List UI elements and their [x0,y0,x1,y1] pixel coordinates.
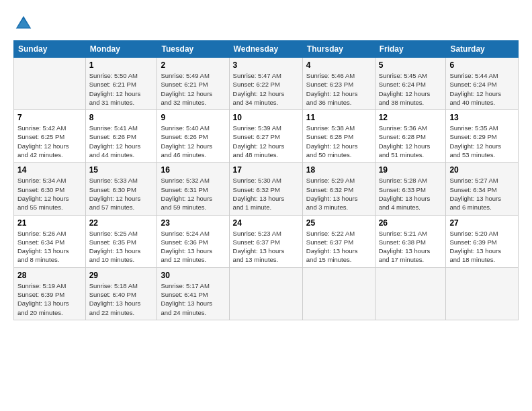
day-number: 4 [306,60,371,70]
table-cell: 2Sunrise: 5:49 AM Sunset: 6:21 PM Daylig… [157,58,229,110]
logo [13,13,35,34]
day-number: 19 [379,165,443,175]
day-info: Sunrise: 5:20 AM Sunset: 6:39 PM Dayligh… [449,229,515,265]
table-cell [375,267,446,320]
table-cell: 19Sunrise: 5:28 AM Sunset: 6:33 PM Dayli… [375,163,446,215]
header-row: SundayMondayTuesdayWednesdayThursdayFrid… [14,41,519,58]
table-cell: 29Sunrise: 5:18 AM Sunset: 6:40 PM Dayli… [85,267,157,320]
day-info: Sunrise: 5:22 AM Sunset: 6:37 PM Dayligh… [306,229,371,265]
day-info: Sunrise: 5:17 AM Sunset: 6:41 PM Dayligh… [161,281,225,317]
day-info: Sunrise: 5:21 AM Sunset: 6:38 PM Dayligh… [379,229,443,265]
day-number: 25 [306,218,371,228]
day-number: 26 [379,218,443,228]
header-cell-monday: Monday [85,41,157,58]
table-cell: 16Sunrise: 5:32 AM Sunset: 6:31 PM Dayli… [157,163,229,215]
table-cell: 7Sunrise: 5:42 AM Sunset: 6:25 PM Daylig… [14,110,86,163]
table-cell: 5Sunrise: 5:45 AM Sunset: 6:24 PM Daylig… [375,58,446,110]
day-info: Sunrise: 5:40 AM Sunset: 6:26 PM Dayligh… [161,124,225,159]
day-info: Sunrise: 5:38 AM Sunset: 6:28 PM Dayligh… [306,124,371,159]
day-number: 8 [89,113,154,122]
table-cell: 28Sunrise: 5:19 AM Sunset: 6:39 PM Dayli… [14,267,86,320]
table-cell: 6Sunrise: 5:44 AM Sunset: 6:24 PM Daylig… [446,58,519,110]
day-number: 18 [306,165,371,175]
day-info: Sunrise: 5:23 AM Sunset: 6:37 PM Dayligh… [233,229,299,265]
table-row: 1Sunrise: 5:50 AM Sunset: 6:21 PM Daylig… [14,58,519,110]
table-cell: 25Sunrise: 5:22 AM Sunset: 6:37 PM Dayli… [302,215,375,267]
day-number: 2 [161,60,225,70]
day-number: 20 [449,165,515,175]
table-cell: 18Sunrise: 5:29 AM Sunset: 6:32 PM Dayli… [302,163,375,215]
day-number: 10 [233,113,299,122]
day-info: Sunrise: 5:26 AM Sunset: 6:34 PM Dayligh… [17,229,82,265]
header-cell-wednesday: Wednesday [229,41,302,58]
table-row: 14Sunrise: 5:34 AM Sunset: 6:30 PM Dayli… [14,163,519,215]
day-number: 27 [449,218,515,228]
day-info: Sunrise: 5:30 AM Sunset: 6:32 PM Dayligh… [233,176,299,212]
table-row: 28Sunrise: 5:19 AM Sunset: 6:39 PM Dayli… [14,267,519,320]
table-cell: 9Sunrise: 5:40 AM Sunset: 6:26 PM Daylig… [157,110,229,163]
day-info: Sunrise: 5:29 AM Sunset: 6:32 PM Dayligh… [306,176,371,212]
table-cell: 23Sunrise: 5:24 AM Sunset: 6:36 PM Dayli… [157,215,229,267]
day-info: Sunrise: 5:27 AM Sunset: 6:34 PM Dayligh… [449,176,515,212]
day-info: Sunrise: 5:41 AM Sunset: 6:26 PM Dayligh… [89,124,154,159]
table-cell: 3Sunrise: 5:47 AM Sunset: 6:22 PM Daylig… [229,58,302,110]
day-info: Sunrise: 5:46 AM Sunset: 6:23 PM Dayligh… [306,71,371,107]
day-number: 12 [379,113,443,122]
table-cell: 13Sunrise: 5:35 AM Sunset: 6:29 PM Dayli… [446,110,519,163]
table-cell: 8Sunrise: 5:41 AM Sunset: 6:26 PM Daylig… [85,110,157,163]
day-number: 5 [379,60,443,70]
table-cell: 27Sunrise: 5:20 AM Sunset: 6:39 PM Dayli… [446,215,519,267]
table-cell: 15Sunrise: 5:33 AM Sunset: 6:30 PM Dayli… [85,163,157,215]
table-header: SundayMondayTuesdayWednesdayThursdayFrid… [14,41,519,58]
table-cell [14,58,86,110]
table-cell: 12Sunrise: 5:36 AM Sunset: 6:28 PM Dayli… [375,110,446,163]
page: SundayMondayTuesdayWednesdayThursdayFrid… [0,0,532,411]
day-number: 22 [89,218,154,228]
calendar-table: SundayMondayTuesdayWednesdayThursdayFrid… [13,40,519,320]
day-number: 14 [17,165,82,175]
table-cell: 30Sunrise: 5:17 AM Sunset: 6:41 PM Dayli… [157,267,229,320]
day-number: 7 [17,113,82,122]
day-number: 30 [161,271,225,280]
table-cell [446,267,519,320]
day-info: Sunrise: 5:28 AM Sunset: 6:33 PM Dayligh… [379,176,443,212]
day-number: 13 [449,113,515,122]
table-cell: 4Sunrise: 5:46 AM Sunset: 6:23 PM Daylig… [302,58,375,110]
header-cell-sunday: Sunday [14,41,86,58]
day-number: 29 [89,271,154,280]
day-number: 21 [17,218,82,228]
day-info: Sunrise: 5:36 AM Sunset: 6:28 PM Dayligh… [379,124,443,159]
table-row: 7Sunrise: 5:42 AM Sunset: 6:25 PM Daylig… [14,110,519,163]
header [13,13,519,34]
table-cell: 14Sunrise: 5:34 AM Sunset: 6:30 PM Dayli… [14,163,86,215]
day-info: Sunrise: 5:44 AM Sunset: 6:24 PM Dayligh… [449,71,515,107]
day-info: Sunrise: 5:45 AM Sunset: 6:24 PM Dayligh… [379,71,443,107]
day-number: 3 [233,60,299,70]
table-row: 21Sunrise: 5:26 AM Sunset: 6:34 PM Dayli… [14,215,519,267]
day-info: Sunrise: 5:24 AM Sunset: 6:36 PM Dayligh… [161,229,225,265]
day-info: Sunrise: 5:47 AM Sunset: 6:22 PM Dayligh… [233,71,299,107]
table-cell [229,267,302,320]
day-number: 9 [161,113,225,122]
day-info: Sunrise: 5:34 AM Sunset: 6:30 PM Dayligh… [17,176,82,212]
day-info: Sunrise: 5:19 AM Sunset: 6:39 PM Dayligh… [17,281,82,317]
logo-icon [13,13,34,34]
day-info: Sunrise: 5:49 AM Sunset: 6:21 PM Dayligh… [161,71,225,107]
table-cell: 11Sunrise: 5:38 AM Sunset: 6:28 PM Dayli… [302,110,375,163]
day-number: 23 [161,218,225,228]
day-number: 16 [161,165,225,175]
table-cell: 1Sunrise: 5:50 AM Sunset: 6:21 PM Daylig… [85,58,157,110]
header-cell-tuesday: Tuesday [157,41,229,58]
table-cell: 24Sunrise: 5:23 AM Sunset: 6:37 PM Dayli… [229,215,302,267]
table-cell: 20Sunrise: 5:27 AM Sunset: 6:34 PM Dayli… [446,163,519,215]
header-cell-thursday: Thursday [302,41,375,58]
header-cell-saturday: Saturday [446,41,519,58]
day-info: Sunrise: 5:42 AM Sunset: 6:25 PM Dayligh… [17,124,82,159]
day-info: Sunrise: 5:25 AM Sunset: 6:35 PM Dayligh… [89,229,154,265]
day-number: 15 [89,165,154,175]
day-info: Sunrise: 5:39 AM Sunset: 6:27 PM Dayligh… [233,124,299,159]
day-number: 24 [233,218,299,228]
table-cell: 21Sunrise: 5:26 AM Sunset: 6:34 PM Dayli… [14,215,86,267]
header-cell-friday: Friday [375,41,446,58]
day-info: Sunrise: 5:33 AM Sunset: 6:30 PM Dayligh… [89,176,154,212]
